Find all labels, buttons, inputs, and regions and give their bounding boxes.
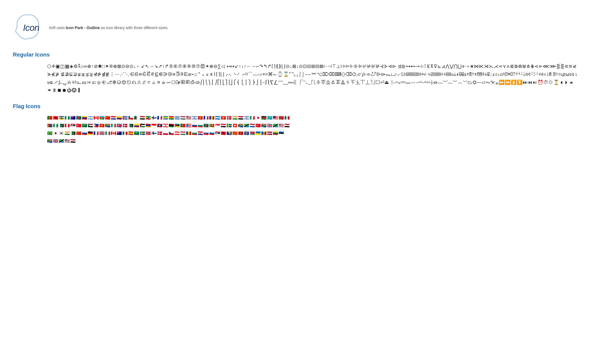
header-section: Icon brifl uses Icon Park - Outline as i… [13,13,587,43]
flag-icons-section: Flag Icons 🇵🇹🇦🇱🇨🇫🇳🇬🇦🇺🇧🇩🇻🇪🇦🇷🇨🇦🇦🇿🇨🇳🇭🇷🇨🇴🇨🇺🇨… [13,103,587,145]
flag-icons-grid: 🇵🇹🇦🇱🇨🇫🇳🇬🇦🇺🇧🇩🇻🇪🇦🇷🇨🇦🇦🇿🇨🇳🇭🇷🇨🇴🇨🇺🇨🇱🇩🇿🇪🇬🇪🇹🇫🇮🇫🇷… [47,114,579,145]
page-wrapper: Icon brifl uses Icon Park - Outline as i… [13,13,587,145]
flag-icons-title: Flag Icons [13,103,587,110]
logo-title: Icon [23,23,39,33]
regular-icons-grid: ⬡✛▣◫▦◈⚙⁑⌂∞⊗↑⊘✱□⁕❊⊕⊠⊙⊖⊙↓←↙↖→↘↗↑↱⑤⑥⑦⑧⑨⑩⑦⑫✶… [47,62,579,94]
regular-icons-title: Regular Icons [13,51,587,58]
header-description: brifl uses Icon Park - Outline as icon l… [49,26,169,30]
regular-icons-section: Regular Icons ⬡✛▣◫▦◈⚙⁑⌂∞⊗↑⊘✱□⁕❊⊕⊠⊙⊖⊙↓←↙↖… [13,51,587,94]
library-name: Icon Park - Outline [66,26,100,30]
logo-container: Icon [13,13,43,43]
